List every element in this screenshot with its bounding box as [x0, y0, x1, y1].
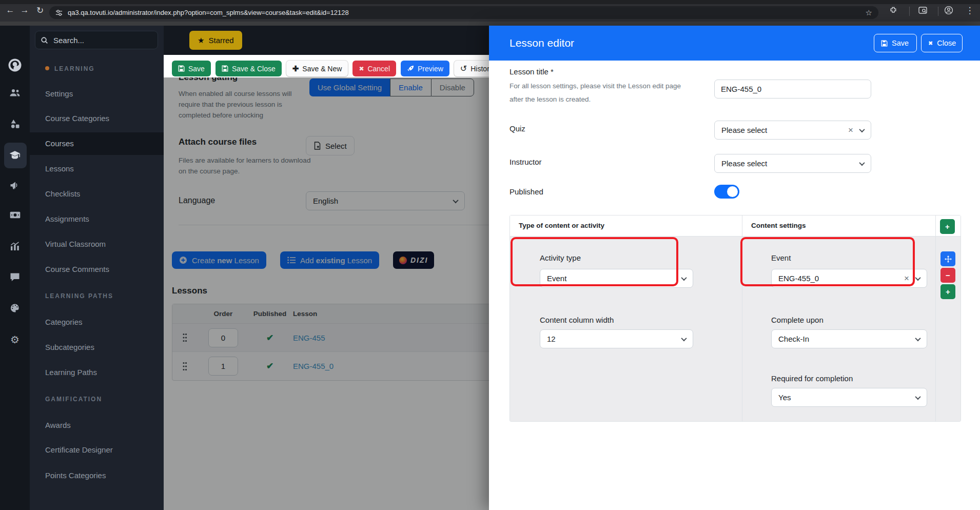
graduation-cap-icon[interactable] [0, 150, 30, 161]
url-text[interactable]: qa3.qa.tovuti.io/administrator/index.php… [68, 9, 349, 16]
event-label: Event [771, 253, 791, 262]
option-enable[interactable]: Enable [390, 79, 431, 96]
modal-save-button[interactable]: Save [874, 34, 917, 52]
browser-back-icon[interactable]: ← [4, 5, 16, 15]
lesson-row-1[interactable]: ✔ ENG-455 [172, 324, 510, 352]
sidebar-search[interactable] [35, 31, 158, 49]
instructor-select[interactable]: Please select [714, 154, 871, 173]
language-select[interactable]: English [306, 191, 465, 210]
sidebar-item-courses[interactable]: Courses [45, 139, 74, 148]
published-label: Published [509, 187, 543, 196]
sidebar-item-course-categories[interactable]: Course Categories [45, 114, 109, 123]
lesson-title-input[interactable] [714, 80, 871, 99]
clear-icon[interactable]: × [904, 274, 909, 283]
add-row-button[interactable]: + [940, 284, 955, 299]
chart-icon[interactable] [0, 241, 30, 251]
shapes-icon[interactable] [0, 119, 30, 129]
activity-type-select[interactable]: Event [540, 269, 693, 288]
lesson-gating-options: Use Global Setting Enable Disable [309, 79, 474, 96]
save-button[interactable]: Save [172, 61, 211, 76]
sidebar-item-assignments[interactable]: Assignments [45, 214, 89, 223]
megaphone-icon[interactable] [0, 181, 30, 190]
save-new-button[interactable]: ✚ Save & New [286, 61, 348, 76]
sidebar-item-lessons[interactable]: Lessons [45, 164, 74, 173]
order-input[interactable] [208, 357, 238, 376]
browser-menu-icon[interactable]: ⋮ [964, 5, 976, 16]
chat-icon[interactable] [0, 272, 30, 282]
sidebar-item-points-categories[interactable]: Points Categories [45, 471, 106, 480]
cash-icon[interactable] [0, 211, 30, 219]
remove-row-button[interactable]: − [940, 268, 955, 283]
published-toggle[interactable] [714, 185, 739, 199]
search-input[interactable] [52, 35, 145, 45]
bookmark-star-icon[interactable]: ☆ [866, 8, 872, 17]
lesson-link[interactable]: ENG-455 [290, 334, 325, 342]
chevron-down-icon [453, 197, 458, 203]
profile-icon[interactable] [944, 6, 956, 15]
activity-type-label: Activity type [540, 253, 581, 262]
order-input[interactable] [208, 328, 238, 347]
toolbar: Save Save & Close ✚ Save & New ✖ Cancel … [172, 61, 499, 76]
sidebar-item-certificate-designer[interactable]: Certificate Designer [45, 445, 113, 454]
content-activity-table: Type of content or activity Content sett… [509, 215, 961, 422]
move-icon [945, 256, 952, 263]
floppy-icon [222, 65, 228, 72]
palette-icon[interactable] [0, 303, 30, 313]
users-icon[interactable] [0, 88, 30, 97]
required-for-completion-select[interactable]: Yes [771, 388, 927, 407]
sidebar-item-learning-paths[interactable]: Learning Paths [45, 368, 97, 377]
lesson-row-2[interactable]: ✔ ENG-455_0 [172, 352, 510, 380]
clear-icon[interactable]: × [848, 126, 853, 134]
sidebar-item-settings[interactable]: Settings [45, 89, 73, 98]
gear-icon[interactable]: ⚙ [0, 334, 30, 346]
sidebar-menu: LEARNING Settings Course Categories Cour… [30, 26, 164, 510]
content-table-header: Type of content or activity Content sett… [510, 215, 961, 237]
sidebar-item-awards[interactable]: Awards [45, 421, 71, 429]
site-info-icon[interactable] [55, 9, 63, 16]
preview-button[interactable]: Preview [401, 61, 449, 76]
modal-close-button[interactable]: ✖ Close [921, 34, 963, 52]
attach-files-description: Files are available for learners to down… [179, 155, 316, 177]
content-column-width-select[interactable]: 12 [540, 329, 693, 348]
quiz-select[interactable]: Please select × [714, 121, 871, 140]
extensions-icon[interactable] [889, 6, 901, 14]
sidebar-item-subcategories[interactable]: Subcategories [45, 343, 94, 351]
browser-chrome: ← → ↻ qa3.qa.tovuti.io/administrator/ind… [0, 0, 980, 22]
chevron-down-icon [859, 126, 865, 132]
save-close-button[interactable]: Save & Close [215, 61, 282, 76]
sidebar-item-course-comments[interactable]: Course Comments [45, 265, 109, 273]
event-select[interactable]: ENG-455_0 × [771, 269, 927, 288]
browser-forward-icon[interactable]: → [18, 5, 31, 15]
create-new-lesson-button[interactable]: Create new Lesson [172, 251, 266, 269]
browser-reload-icon[interactable]: ↻ [34, 5, 46, 16]
sidebar-item-virtual-classroom[interactable]: Virtual Classroom [45, 240, 106, 248]
lessons-table: Order Published Lesson # s ✔ ENG-455 ✔ E [172, 304, 511, 381]
instructor-label: Instructor [509, 158, 542, 166]
select-files-button[interactable]: Select [306, 136, 355, 155]
starred-button[interactable]: ★ Starred [189, 31, 242, 50]
browser-address-bar[interactable]: qa3.qa.tovuti.io/administrator/index.php… [49, 6, 878, 19]
add-existing-lesson-button[interactable]: Add existing Lesson [280, 251, 379, 269]
sidebar-item-categories[interactable]: Categories [45, 318, 83, 326]
chevron-down-icon [915, 394, 920, 399]
lessons-table-title: Lessons [172, 286, 207, 296]
floppy-icon [881, 40, 888, 47]
published-check-icon: ✔ [249, 332, 290, 343]
option-use-global-setting[interactable]: Use Global Setting [309, 79, 390, 96]
move-row-button[interactable] [940, 251, 955, 266]
add-content-row-button[interactable]: + [940, 219, 955, 234]
lesson-link[interactable]: ENG-455_0 [290, 362, 334, 370]
published-check-icon: ✔ [249, 361, 290, 371]
side-panel-search-icon[interactable] [918, 6, 931, 14]
tovuti-logo[interactable] [0, 57, 30, 73]
chevron-down-icon [859, 160, 865, 165]
complete-upon-select[interactable]: Check-In [771, 329, 927, 348]
quiz-label: Quiz [509, 124, 525, 133]
dizi-button[interactable]: DIZI [393, 251, 434, 269]
drag-handle-icon[interactable] [172, 333, 197, 342]
sidebar-item-checklists[interactable]: Checklists [45, 189, 80, 198]
drag-handle-icon[interactable] [172, 362, 197, 371]
cancel-button[interactable]: ✖ Cancel [352, 61, 396, 76]
option-disable[interactable]: Disable [431, 79, 474, 96]
section-dot [45, 66, 49, 70]
